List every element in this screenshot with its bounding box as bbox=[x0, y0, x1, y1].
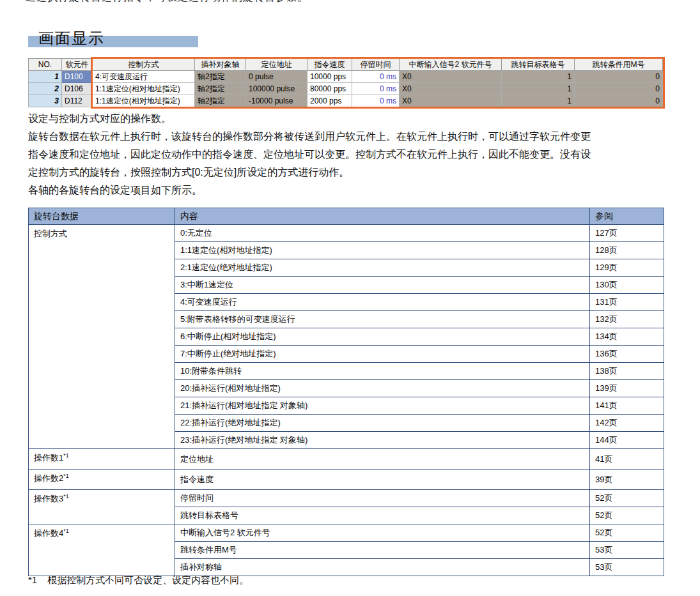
content-cell: 2:1速定位(绝对地址指定) bbox=[175, 259, 590, 277]
grid-row-1: 1 D100 4:可变速度运行 轴2指定 0 pulse 10000 pps 0… bbox=[29, 71, 663, 83]
page-ref-cell: 136页 bbox=[590, 346, 664, 363]
table-row: 操作数3*1 停留时间 52页 bbox=[29, 490, 664, 507]
control-method-cell: 1:1速定位(相对地址指定) bbox=[93, 83, 195, 95]
col-header-no: NO. bbox=[29, 59, 62, 71]
jump-table-no-cell: 1 bbox=[502, 71, 575, 83]
page-ref-cell: 52页 bbox=[590, 490, 664, 507]
body-paragraph: 设定与控制方式对应的操作数。 旋转台数据在软元件上执行时，该旋转台的操作数部分将… bbox=[28, 110, 591, 199]
page-ref-cell: 130页 bbox=[590, 277, 664, 294]
body-text-line: 指令速度和定位地址，因此定位动作中的指令速度、定位地址可以变更。控制方式不在软元… bbox=[28, 146, 591, 164]
col-header-device: 软元件 bbox=[62, 59, 93, 71]
page-ref-cell: 52页 bbox=[590, 507, 664, 524]
table-row: 操作数4*1 中断输入信号2 软元件号 52页 bbox=[29, 524, 664, 542]
device-cell-selected: D100 bbox=[62, 71, 93, 83]
page-ref-cell: 138页 bbox=[590, 363, 664, 380]
control-method-cell: 1:1速定位(相对地址指定) bbox=[93, 95, 195, 107]
body-text-line: 定控制方式的旋转台，按照控制方式[0:无定位]所设定的方式进行动作。 bbox=[28, 164, 591, 181]
grid-row-2: 2 D106 1:1速定位(相对地址指定) 轴2指定 100000 pulse … bbox=[29, 83, 663, 95]
page-ref-cell: 142页 bbox=[590, 415, 664, 432]
content-cell: 10:附带条件跳转 bbox=[175, 363, 590, 380]
jump-condition-m-cell: 0 bbox=[575, 83, 663, 95]
col-header-content: 内容 bbox=[175, 208, 590, 225]
content-cell: 定位地址 bbox=[175, 449, 590, 470]
content-cell: 停留时间 bbox=[175, 490, 590, 507]
content-cell: 22:插补运行(绝对地址指定) bbox=[175, 415, 590, 432]
table-row: 操作数1*1 定位地址 41页 bbox=[29, 449, 664, 470]
jump-condition-m-cell: 0 bbox=[575, 71, 663, 83]
content-cell: 中断输入信号2 软元件号 bbox=[175, 524, 590, 542]
setting-items-table: 旋转台数据 内容 参阅 控制方式 0:无定位 127页 1:1速定位(相对地址指… bbox=[28, 208, 664, 576]
content-cell: 0:无定位 bbox=[175, 225, 590, 242]
content-cell: 21:插补运行(相对地址指定 对象轴) bbox=[175, 397, 590, 415]
positioning-address-cell: 100000 pulse bbox=[246, 83, 307, 95]
content-cell: 6:中断停止(相对地址指定) bbox=[175, 328, 590, 346]
page-ref-cell: 41页 bbox=[590, 449, 664, 470]
interpolation-axis-cell: 轴2指定 bbox=[195, 71, 246, 83]
row-number-cell: 2 bbox=[29, 83, 62, 95]
command-speed-cell: 10000 pps bbox=[307, 71, 352, 83]
col-header-jump-condition-m: 跳转条件用M号 bbox=[575, 59, 663, 71]
col-header-control-method: 控制方式 bbox=[93, 59, 195, 71]
dwell-time-cell: 0 ms bbox=[352, 71, 400, 83]
footnote-ref: *1 bbox=[63, 473, 69, 479]
col-header-jump-table-no: 跳转目标表格号 bbox=[502, 59, 575, 71]
body-text-line: 设定与控制方式对应的操作数。 bbox=[28, 110, 591, 128]
row-number-cell: 3 bbox=[29, 95, 62, 107]
page-ref-cell: 53页 bbox=[590, 559, 664, 576]
page-ref-cell: 144页 bbox=[590, 432, 664, 449]
content-cell: 4:可变速度运行 bbox=[175, 294, 590, 311]
body-text-line: 各轴的各旋转台的设定项目如下所示。 bbox=[28, 181, 591, 199]
group-label-operand-1: 操作数1*1 bbox=[29, 449, 175, 470]
page-ref-cell: 129页 bbox=[590, 259, 664, 277]
page-ref-cell: 139页 bbox=[590, 380, 664, 397]
device-cell: D106 bbox=[62, 83, 93, 95]
row-number-cell: 1 bbox=[29, 71, 62, 83]
col-header-table-data: 旋转台数据 bbox=[29, 208, 175, 225]
grid-row-3: 3 D112 1:1速定位(相对地址指定) 轴2指定 -10000 pulse … bbox=[29, 95, 663, 107]
interrupt-signal-cell: X0 bbox=[400, 71, 502, 83]
page-ref-cell: 39页 bbox=[590, 470, 664, 490]
page-ref-cell: 53页 bbox=[590, 542, 664, 559]
table-row: 操作数2*1 指令速度 39页 bbox=[29, 470, 664, 490]
positioning-address-cell: 0 pulse bbox=[246, 71, 307, 83]
dwell-time-cell: 0 ms bbox=[352, 95, 400, 107]
footnote-ref: *1 bbox=[63, 452, 69, 459]
interpolation-axis-cell: 轴2指定 bbox=[195, 83, 246, 95]
footnote-ref: *1 bbox=[63, 493, 69, 500]
footnote-text: 根据控制方式不同可否设定、设定内容也不同。 bbox=[47, 574, 249, 585]
grid-header-row: NO. 软元件 控制方式 插补对象轴 定位地址 指令速度 停留时间 中断输入信号… bbox=[29, 59, 663, 71]
interrupt-signal-cell: X0 bbox=[400, 95, 502, 107]
section-title: 画面显示 bbox=[38, 28, 198, 49]
col-header-interrupt-signal-device: 中断输入信号2 软元件号 bbox=[400, 59, 502, 71]
jump-condition-m-cell: 0 bbox=[575, 95, 663, 107]
content-cell: 指令速度 bbox=[175, 470, 590, 490]
footnote: *1根据控制方式不同可否设定、设定内容也不同。 bbox=[28, 574, 249, 586]
jump-table-no-cell: 1 bbox=[502, 83, 575, 95]
positioning-table-grid: NO. 软元件 控制方式 插补对象轴 定位地址 指令速度 停留时间 中断输入信号… bbox=[28, 58, 663, 107]
col-header-dwell-time: 停留时间 bbox=[352, 59, 400, 71]
content-cell: 3:中断1速定位 bbox=[175, 277, 590, 294]
footnote-marker: *1 bbox=[28, 574, 37, 585]
interrupt-signal-cell: X0 bbox=[400, 83, 502, 95]
section-header: 画面显示 bbox=[28, 28, 198, 47]
table-row: 控制方式 0:无定位 127页 bbox=[29, 225, 664, 242]
body-text-line: 旋转台数据在软元件上执行时，该旋转台的操作数部分将被传送到用户软元件上。在软元件… bbox=[28, 128, 591, 146]
page-ref-cell: 134页 bbox=[590, 328, 664, 346]
col-header-interpolation-axis: 插补对象轴 bbox=[195, 59, 246, 71]
content-cell: 跳转条件用M号 bbox=[175, 542, 590, 559]
page-ref-cell: 127页 bbox=[590, 225, 664, 242]
col-header-command-speed: 指令速度 bbox=[307, 59, 352, 71]
page-ref-cell: 131页 bbox=[590, 294, 664, 311]
jump-table-no-cell: 1 bbox=[502, 95, 575, 107]
content-cell: 跳转目标表格号 bbox=[175, 507, 590, 524]
col-header-positioning-address: 定位地址 bbox=[246, 59, 307, 71]
content-cell: 插补对称轴 bbox=[175, 559, 590, 576]
page-ref-cell: 52页 bbox=[590, 524, 664, 542]
group-label-operand-3: 操作数3*1 bbox=[29, 490, 175, 524]
command-speed-cell: 80000 pps bbox=[307, 83, 352, 95]
group-label-control-method: 控制方式 bbox=[29, 225, 175, 449]
command-speed-cell: 2000 pps bbox=[307, 95, 352, 107]
content-cell: 23:插补运行(绝对地址指定 对象轴) bbox=[175, 432, 590, 449]
content-cell: 5:附带表格转移的可变速度运行 bbox=[175, 311, 590, 328]
group-label-operand-4: 操作数4*1 bbox=[29, 524, 175, 576]
